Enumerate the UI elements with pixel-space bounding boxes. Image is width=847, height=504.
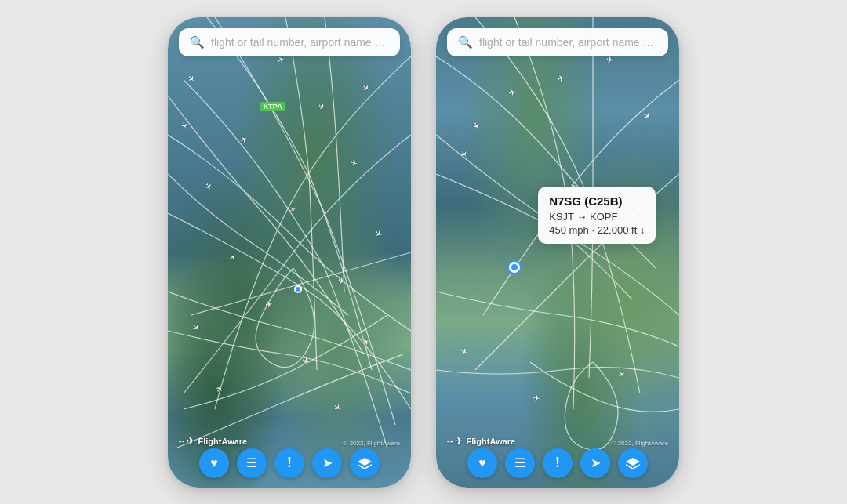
right-search-area: 🔍 flight or tail number, airport name or… (436, 17, 679, 56)
flight-popup[interactable]: N7SG (C25B) KSJT → KOPF 450 mph · 22,000… (538, 187, 656, 244)
logo-plane-right: ✈ (455, 436, 463, 447)
popup-route-to: KOPF (590, 211, 617, 223)
logo-text-left: FlightAware (198, 437, 247, 446)
left-favorites-button[interactable]: ♥ (199, 448, 229, 478)
left-menu-button[interactable]: ☰ (237, 448, 267, 478)
right-search-bar[interactable]: 🔍 flight or tail number, airport name or… (447, 28, 668, 56)
right-favorites-button[interactable]: ♥ (467, 448, 497, 478)
right-toolbar-buttons: ♥ ☰ ! ➤ (467, 448, 648, 478)
left-search-bar[interactable]: 🔍 flight or tail number, airport name or… (179, 28, 400, 56)
popup-altitude-direction: ↓ (640, 224, 645, 236)
search-icon: 🔍 (190, 35, 205, 49)
left-layers-button[interactable] (350, 448, 380, 478)
left-copyright: © 2022, FlightAware (344, 440, 400, 447)
right-search-icon: 🔍 (458, 35, 473, 49)
left-map: ✈ ✈ ✈ ✈ ✈ ✈ ✈ ✈ ✈ ✈ ✈ ✈ ✈ ✈ ✈ ✈ ✈ ✈ KTPA… (168, 17, 411, 488)
right-search-placeholder: flight or tail number, airport name or c… (479, 36, 657, 49)
left-phone-frame: 🔍 flight or tail number, airport name or… (168, 17, 411, 488)
right-layers-button[interactable] (618, 448, 648, 478)
airport-label-ktpa: KTPA (260, 102, 285, 111)
popup-route-arrow: → (576, 211, 587, 223)
popup-route-from: KSJT (549, 211, 574, 223)
selected-location-dot (294, 285, 302, 293)
selected-plane-dot (509, 262, 520, 273)
left-search-area: 🔍 flight or tail number, airport name or… (168, 17, 411, 56)
popup-speed: 450 mph (549, 224, 589, 236)
popup-separator: · (591, 224, 597, 236)
left-alerts-button[interactable]: ! (274, 448, 304, 478)
logo-dashes-right: - - (447, 437, 452, 445)
right-map-background (436, 17, 679, 488)
left-flightaware-logo: - - ✈ FlightAware (179, 436, 247, 447)
right-map: ✈ ✈ ✈ ✈ ✈ ✈ ✈ ✈ ✈ ✈ N7SG (C25B) KSJT → K… (436, 17, 679, 488)
popup-altitude: 22,000 ft (598, 224, 638, 236)
popup-flight-title: N7SG (C25B) (549, 194, 645, 208)
popup-details: 450 mph · 22,000 ft ↓ (549, 224, 645, 236)
right-copyright: © 2022, FlightAware (612, 440, 668, 447)
left-map-background (168, 17, 411, 488)
logo-plane-left: ✈ (187, 436, 194, 447)
right-menu-button[interactable]: ☰ (505, 448, 535, 478)
right-phone-frame: 🔍 flight or tail number, airport name or… (436, 17, 679, 488)
right-alerts-button[interactable]: ! (543, 448, 573, 478)
left-navigate-button[interactable]: ➤ (312, 448, 342, 478)
logo-dashes-left: - - (179, 437, 184, 445)
left-toolbar-buttons: ♥ ☰ ! ➤ (199, 448, 380, 478)
logo-text-right: FlightAware (466, 437, 515, 446)
popup-route: KSJT → KOPF (549, 211, 645, 223)
left-search-placeholder: flight or tail number, airport name or c… (211, 36, 389, 49)
right-flightaware-logo: - - ✈ FlightAware (447, 436, 515, 447)
right-navigate-button[interactable]: ➤ (580, 448, 610, 478)
